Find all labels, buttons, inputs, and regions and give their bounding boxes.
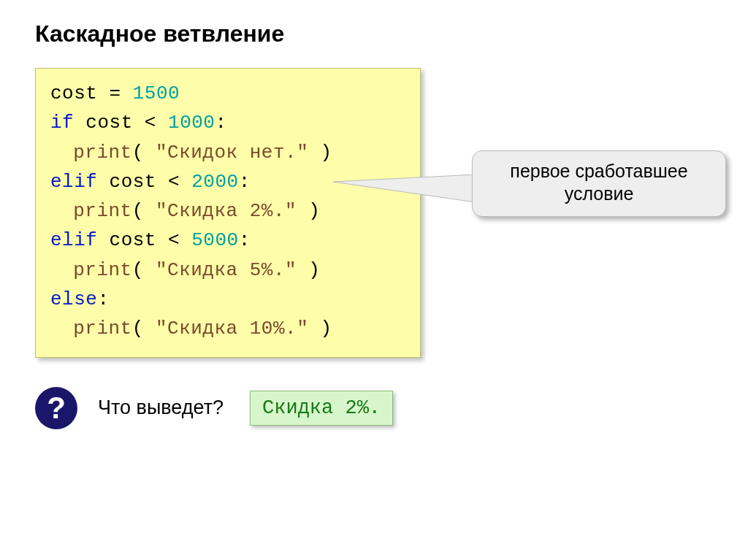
code-token: : — [215, 112, 226, 134]
callout-box: первое сработавшее условие — [472, 150, 726, 217]
code-token: elif — [50, 171, 97, 193]
code-token: "Скидка 10%." — [156, 318, 308, 340]
code-token: else — [50, 288, 97, 310]
code-token: : — [97, 288, 109, 310]
code-token: ) — [308, 318, 332, 340]
code-token: ( — [132, 259, 156, 281]
code-token: < — [156, 229, 191, 251]
code-token: cost — [85, 112, 132, 134]
code-line: elif cost < 5000: — [50, 226, 405, 255]
content-area: cost = 1500 if cost < 1000: print( "Скид… — [35, 68, 713, 429]
code-token: print — [73, 200, 132, 222]
code-token: < — [133, 112, 168, 134]
code-token: 5000 — [191, 229, 238, 251]
question-row: ? Что выведет? Скидка 2%. — [35, 387, 713, 429]
code-token: 2000 — [191, 171, 238, 193]
code-line: else: — [50, 285, 405, 314]
code-token: "Скидок нет." — [156, 142, 308, 164]
code-line: print( "Скидок нет." ) — [50, 138, 405, 167]
code-token: ( — [132, 318, 156, 340]
code-token: "Скидка 2%." — [156, 200, 297, 222]
code-token — [74, 112, 85, 134]
code-token: print — [73, 318, 132, 340]
code-token: print — [73, 259, 132, 281]
code-token: elif — [50, 229, 97, 251]
code-token: cost — [110, 229, 156, 251]
code-token: cost — [110, 171, 156, 193]
page-title: Каскадное ветвление — [35, 20, 713, 47]
question-text: Что выведет? — [98, 396, 224, 419]
code-token: ) — [297, 259, 320, 281]
code-token: ) — [308, 142, 332, 164]
code-line: if cost < 1000: — [50, 108, 405, 137]
code-token: "Скидка 5%." — [156, 259, 297, 281]
code-line: cost = 1500 — [50, 79, 405, 108]
code-block: cost = 1500 if cost < 1000: print( "Скид… — [35, 68, 421, 358]
code-token: if — [50, 112, 74, 134]
code-token: print — [73, 142, 132, 164]
code-token: 1500 — [133, 83, 180, 104]
answer-box: Скидка 2%. — [250, 391, 393, 426]
code-token: < — [156, 171, 191, 193]
code-token: = — [97, 83, 132, 104]
code-token: 1000 — [168, 112, 215, 134]
code-line: elif cost < 2000: — [50, 167, 405, 196]
code-token: ) — [297, 200, 320, 222]
code-line: print( "Скидка 2%." ) — [50, 196, 405, 226]
code-token: cost — [50, 83, 97, 104]
code-token: ( — [132, 142, 156, 164]
code-token: : — [239, 171, 251, 193]
code-line: print( "Скидка 5%." ) — [50, 256, 405, 285]
code-line: print( "Скидка 10%." ) — [50, 314, 405, 343]
code-token: ( — [132, 200, 156, 222]
question-mark-icon: ? — [35, 387, 77, 429]
code-token: : — [239, 229, 251, 251]
